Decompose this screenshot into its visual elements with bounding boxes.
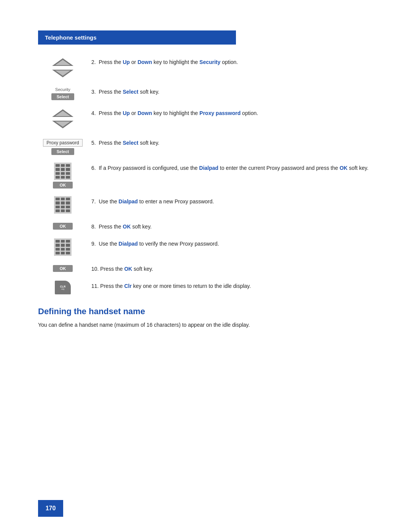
ok-keyword-6: OK [339,165,347,171]
down-key-label: Down [137,59,152,65]
clr-key-sub: mij [61,288,64,290]
arrow-down-icon [51,68,74,79]
arrow-down-shape-4 [52,121,73,128]
step-5-icon: Proxy password Select [43,137,82,155]
step-7-number: 7. [91,198,99,204]
page-number: 170 [46,505,56,512]
step-2-text: 2. Press the Up or Down key to highlight… [91,58,373,66]
step-8-text: 8. Press the OK soft key. [91,223,373,231]
step-7-content: 7. Use the Dialpad to enter a new Proxy … [88,195,373,206]
select-button-5[interactable]: Select [51,148,74,155]
page-container: Telephone settings 2. Press the Up or Do… [0,0,411,532]
step-10-content: 10. Press the OK soft key. [88,263,373,273]
step-6-number: 6. [91,165,99,171]
down-key-label-4: Down [137,110,152,116]
step-3-content: 3. Press the Select soft key. [88,86,373,96]
step-11-number: 11. [91,283,100,289]
dialpad-icon-6 [54,163,72,180]
step-6-icon-col: OK [38,162,88,189]
step-11-content: 11. Press the Clr key one or more times … [88,280,373,290]
section-header: Telephone settings [38,30,236,45]
step-4-content: 4. Press the Up or Down key to highlight… [88,107,373,117]
step-8-number: 8. [91,224,99,230]
ok-button-10[interactable]: OK [53,265,73,272]
step-2: 2. Press the Up or Down key to highlight… [38,56,373,79]
step-7-icon-col [38,195,88,214]
arrow-down-icon-4 [51,119,74,130]
step-10-text: 10. Press the OK soft key. [91,265,373,273]
section-header-title: Telephone settings [45,34,97,41]
security-label-text: Security [55,87,70,92]
ok-keyword-10: OK [124,266,132,272]
step-4-number: 4. [91,110,99,116]
step-11: CLR mij 11. Press the Clr key one or mor… [38,280,373,294]
ok-keyword-8: OK [123,224,131,230]
dialpad-keyword-7: Dialpad [119,198,138,204]
step-9-number: 9. [91,241,99,247]
step-8-icon-col: OK [38,220,88,230]
select-button-3[interactable]: Select [51,93,74,100]
ok-button-6[interactable]: OK [53,182,73,189]
nav-arrows-icon [51,57,74,79]
step-11-text: 11. Press the Clr key one or more times … [91,282,373,290]
step-7-icon [54,196,72,214]
step-3-icon-col: Security Select [38,86,88,100]
step-5-content: 5. Press the Select soft key. [88,137,373,147]
step-9-content: 9. Use the Dialpad to verify the new Pro… [88,238,373,248]
step-11-icon-col: CLR mij [38,280,88,294]
proxy-password-keyword: Proxy password [199,110,241,116]
step-4-icon-col [38,107,88,130]
step-8: OK 8. Press the OK soft key. [38,220,373,231]
step-7: 7. Use the Dialpad to enter a new Proxy … [38,195,373,214]
clr-key-icon: CLR mij [55,281,71,294]
step-6-icon: OK [53,163,73,189]
arrow-down-shape [52,70,73,77]
step-10: OK 10. Press the OK soft key. [38,263,373,273]
up-key-label: Up [123,59,130,65]
step-3-icon: Security Select [51,86,74,100]
step-2-icon-col [38,56,88,79]
arrow-up-icon-4 [51,108,74,118]
step-9-icon [54,238,72,256]
arrow-up-shape-4 [52,109,73,117]
dialpad-keyword-6: Dialpad [199,165,218,171]
dialpad-keyword-9: Dialpad [119,241,138,247]
step-6-text: 6. If a Proxy password is configured, us… [91,164,373,172]
select-key-label-3: Select [123,89,139,95]
step-5-text: 5. Press the Select soft key. [91,139,373,147]
up-key-label-4: Up [123,110,130,116]
nav-arrows-icon-4 [51,108,74,130]
step-3-text: 3. Press the Select soft key. [91,88,373,96]
clr-key-label: CLR [60,285,65,288]
page-number-box: 170 [38,500,63,517]
step-3: Security Select 3. Press the Select soft… [38,86,373,100]
clr-keyword: Clr [124,283,131,289]
step-10-number: 10. [91,266,100,272]
step-7-text: 7. Use the Dialpad to enter a new Proxy … [91,198,373,206]
arrow-up-icon [51,57,74,67]
step-8-icon: OK [53,221,73,230]
proxy-password-label-box: Proxy password [43,139,82,147]
dialpad-icon-9 [54,238,72,256]
dialpad-icon-7 [54,196,72,214]
step-10-icon-col: OK [38,263,88,272]
step-5: Proxy password Select 5. Press the Selec… [38,137,373,155]
step-10-icon: OK [53,264,73,272]
step-11-icon: CLR mij [55,281,71,294]
step-4-text: 4. Press the Up or Down key to highlight… [91,109,373,117]
step-2-number: 2. [91,59,99,65]
section2-body: You can define a handset name (maximum o… [38,321,282,329]
step-5-number: 5. [91,140,99,146]
step-5-icon-col: Proxy password Select [38,137,88,155]
security-keyword: Security [199,59,220,65]
step-9-icon-col [38,238,88,256]
step-8-content: 8. Press the OK soft key. [88,220,373,231]
step-3-number: 3. [91,89,99,95]
section2-title: Defining the handset name [38,307,373,316]
step-2-content: 2. Press the Up or Down key to highlight… [88,56,373,66]
step-6-content: 6. If a Proxy password is configured, us… [88,162,373,172]
step-9-text: 9. Use the Dialpad to verify the new Pro… [91,240,373,248]
arrow-up-shape [52,58,73,66]
step-4: 4. Press the Up or Down key to highlight… [38,107,373,130]
ok-button-8[interactable]: OK [53,223,73,230]
